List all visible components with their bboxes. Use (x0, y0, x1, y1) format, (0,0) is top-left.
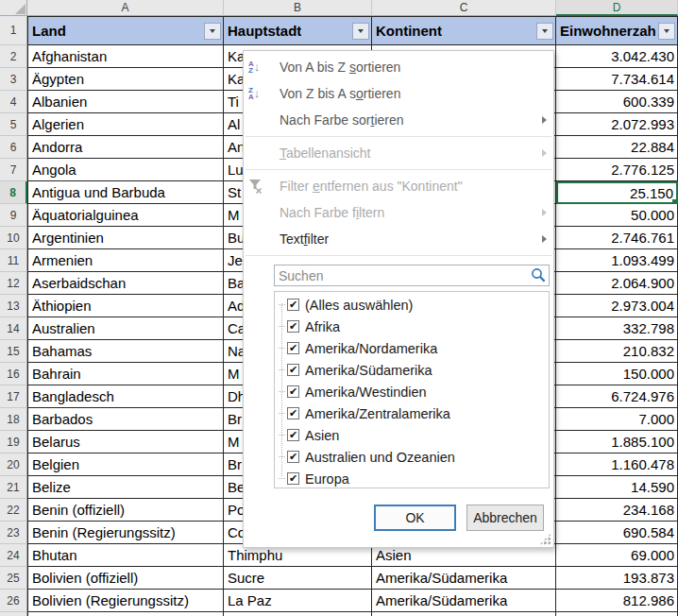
row-header-25[interactable]: 25 (0, 567, 27, 590)
cell-A24[interactable]: Bhutan (27, 544, 224, 567)
cell-A25[interactable]: Bolivien (offiziell) (27, 567, 224, 590)
cell-D6[interactable]: 22.884 (556, 136, 678, 159)
row-header-3[interactable]: 3 (0, 68, 27, 91)
cell-D12[interactable]: 2.064.900 (556, 272, 678, 295)
cell-D22[interactable]: 234.168 (556, 499, 678, 522)
row-header-2[interactable]: 2 (0, 45, 27, 68)
cell-B26[interactable]: La Paz (224, 590, 372, 612)
row-header-7[interactable]: 7 (0, 159, 27, 181)
filter-value-afrika[interactable]: ✔Afrika (279, 316, 549, 337)
header-cell-einwohnerzahl[interactable]: Einwohnerzah (556, 16, 678, 45)
checkbox-icon[interactable]: ✔ (287, 451, 299, 463)
cell-A26[interactable]: Bolivien (Regierungssitz) (27, 590, 224, 612)
row-header-18[interactable]: 18 (0, 408, 27, 431)
row-header-13[interactable]: 13 (0, 295, 27, 317)
row-header-12[interactable]: 12 (0, 272, 27, 295)
row-header-26[interactable]: 26 (0, 590, 27, 612)
menu-item-sort-by-color[interactable]: Nach Farbe sortieren (244, 107, 553, 133)
filter-value-amerika-westindien[interactable]: ✔Amerika/Westindien (279, 381, 549, 402)
row-header-11[interactable]: 11 (0, 249, 27, 272)
checkbox-icon[interactable]: ✔ (287, 429, 299, 441)
cancel-button[interactable]: Abbrechen (466, 505, 544, 531)
cell-A21[interactable]: Belize (27, 476, 224, 499)
cell-A13[interactable]: Äthiopien (27, 295, 224, 317)
row-header-1[interactable]: 1 (0, 16, 27, 45)
row-header-21[interactable]: 21 (0, 476, 27, 499)
cell-D13[interactable]: 2.973.004 (556, 295, 678, 317)
cell-A23[interactable]: Benin (Regierungssitz) (27, 522, 224, 544)
cell-D10[interactable]: 2.746.761 (556, 227, 678, 249)
row-header-5[interactable]: 5 (0, 113, 27, 136)
cell-D26[interactable]: 812.986 (556, 590, 678, 612)
cell-A18[interactable]: Barbados (27, 408, 224, 431)
cell-A10[interactable]: Argentinien (27, 227, 224, 249)
cell-D21[interactable]: 14.590 (556, 476, 678, 499)
cell-C25[interactable]: Amerika/Südamerika (372, 567, 556, 590)
menu-item-sort-a-to-z[interactable]: AZ↓Von A bis Z sortieren (244, 54, 553, 80)
menu-item-sort-z-to-a[interactable]: ZA↓Von Z bis A sortieren (244, 80, 553, 107)
kontinent-filter-button[interactable] (536, 23, 553, 40)
filter-value-australien-und-ozeanien[interactable]: ✔Australien und Ozeanien (279, 446, 549, 468)
row-header-16[interactable]: 16 (0, 363, 27, 385)
cell-D15[interactable]: 210.832 (556, 340, 678, 363)
header-cell-kontinent[interactable]: Kontinent (372, 16, 556, 45)
cell-D4[interactable]: 600.339 (556, 91, 678, 113)
checkbox-icon[interactable]: ✔ (287, 385, 299, 398)
menu-item-text-filters[interactable]: Textfilter (244, 226, 553, 252)
row-header-6[interactable]: 6 (0, 136, 27, 159)
cell-D17[interactable]: 6.724.976 (556, 385, 678, 408)
cell-A22[interactable]: Benin (offiziell) (27, 499, 224, 522)
filter-value-amerika-nordamerika[interactable]: ✔Amerika/Nordamerika (279, 337, 549, 359)
cell-D25[interactable]: 193.873 (556, 567, 678, 590)
checkbox-icon[interactable]: ✔ (287, 299, 299, 311)
cell-A15[interactable]: Bahamas (27, 340, 224, 363)
row-header-22[interactable]: 22 (0, 499, 27, 522)
cell-A17[interactable]: Bangladesch (27, 385, 224, 408)
fill-handle[interactable] (672, 199, 677, 204)
cell-A8[interactable]: Antigua und Barbuda (27, 181, 224, 204)
row-header-17[interactable]: 17 (0, 385, 27, 408)
cell-D14[interactable]: 332.798 (556, 317, 678, 340)
cell-A19[interactable]: Belarus (27, 431, 224, 453)
filter-value-europa[interactable]: ✔Europa (279, 468, 549, 488)
resize-grip[interactable] (539, 533, 551, 545)
cell-A6[interactable]: Andorra (27, 136, 224, 159)
cell-D9[interactable]: 50.000 (556, 204, 678, 227)
row-header-23[interactable]: 23 (0, 522, 27, 544)
search-input[interactable] (274, 265, 550, 286)
cell-A16[interactable]: Bahrain (27, 363, 224, 385)
column-header-a[interactable]: A (27, 0, 224, 16)
cell-A14[interactable]: Australien (27, 317, 224, 340)
filter-value-asien[interactable]: ✔Asien (279, 424, 549, 446)
row-header-10[interactable]: 10 (0, 227, 27, 249)
cell-A5[interactable]: Algerien (27, 113, 224, 136)
cell-D11[interactable]: 1.093.499 (556, 249, 678, 272)
cell-A3[interactable]: Ägypten (27, 68, 224, 91)
checkbox-icon[interactable]: ✔ (287, 364, 299, 376)
cell-A7[interactable]: Angola (27, 159, 224, 181)
row-header-19[interactable]: 19 (0, 431, 27, 453)
header-cell-hauptstadt[interactable]: Hauptstadt (224, 16, 372, 45)
checkbox-icon[interactable]: ✔ (287, 472, 299, 485)
cell-C26[interactable]: Amerika/Südamerika (372, 590, 556, 612)
cell-D19[interactable]: 1.885.100 (556, 431, 678, 453)
checkbox-icon[interactable]: ✔ (287, 320, 299, 333)
land-filter-button[interactable] (204, 23, 221, 40)
checkbox-icon[interactable]: ✔ (287, 407, 299, 419)
cell-A12[interactable]: Aserbaidschan (27, 272, 224, 295)
filter-value-amerika-zentralamerika[interactable]: ✔Amerika/Zentralamerika (279, 402, 549, 424)
cell-D20[interactable]: 1.160.478 (556, 453, 678, 476)
cell-D8[interactable]: 25.150 (556, 181, 678, 204)
row-header-9[interactable]: 9 (0, 204, 27, 227)
cell-D2[interactable]: 3.042.430 (556, 45, 678, 68)
cell-D23[interactable]: 690.584 (556, 522, 678, 544)
cell-B25[interactable]: Sucre (224, 567, 372, 590)
cell-A2[interactable]: Afghanistan (27, 45, 224, 68)
cell-A11[interactable]: Armenien (27, 249, 224, 272)
select-all-corner[interactable] (0, 0, 27, 16)
filter-value-alles-auswählen[interactable]: ✔(Alles auswählen) (279, 294, 549, 316)
cell-A4[interactable]: Albanien (27, 91, 224, 113)
ok-button[interactable]: OK (374, 505, 456, 531)
cell-D16[interactable]: 150.000 (556, 363, 678, 385)
row-header-24[interactable]: 24 (0, 544, 27, 567)
